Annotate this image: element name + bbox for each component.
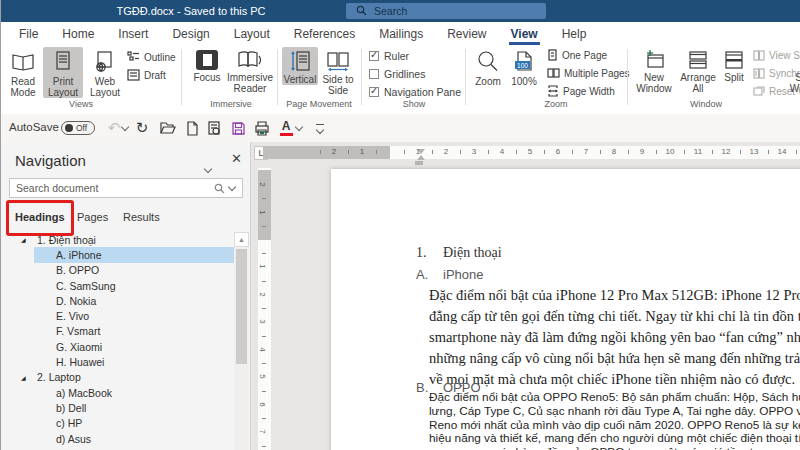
scroll-up-arrow[interactable]: ▲ — [234, 232, 249, 247]
ruler-tick — [712, 150, 713, 154]
redo-button[interactable]: ↻ — [133, 119, 151, 137]
ruler-tick — [404, 150, 405, 154]
customize-toolbar-button[interactable] — [311, 119, 329, 137]
tab-layout[interactable]: Layout — [222, 22, 282, 45]
tab-view[interactable]: View — [499, 22, 550, 45]
split-button[interactable]: Split — [719, 47, 749, 83]
immersive-reader-button[interactable]: Immersive Reader — [227, 47, 273, 94]
navigation-close-button[interactable]: ✕ — [231, 151, 242, 166]
paragraph-iphone[interactable]: Đặc điểm nổi bật của iPhone 12 Pro Max 5… — [429, 285, 800, 390]
document-text-line[interactable]: Reno mới nhất của mình vào dịp cuối năm … — [429, 419, 800, 433]
navigation-options-dropdown[interactable] — [205, 158, 211, 176]
document-text-line[interactable]: về mọi mặt mà chưa một chiếc iPhone tiền… — [429, 369, 800, 390]
document-text-line[interactable]: lưng, Cáp Type C, Củ sạc nhanh rời đầu T… — [429, 405, 800, 419]
font-color-dropdown[interactable] — [295, 119, 303, 137]
tab-pages[interactable]: Pages — [77, 211, 108, 223]
tab-review[interactable]: Review — [435, 22, 498, 45]
document-text-line[interactable]: camera, sạc pin hàng đầu của OPPO trong … — [429, 446, 800, 450]
scrollbar-thumb[interactable] — [236, 249, 247, 364]
nav-tree-item[interactable]: ◢2. Laptop — [1, 370, 234, 385]
ruler-checkbox[interactable]: Ruler — [369, 50, 409, 62]
one-page-button[interactable]: One Page — [547, 49, 607, 61]
nav-tree-item[interactable]: D. Nokia — [1, 293, 234, 308]
nav-tree-item[interactable]: F. Vsmart — [1, 324, 234, 339]
page-width-button[interactable]: Page Width — [547, 85, 615, 97]
vertical-button[interactable]: Vertical — [282, 47, 318, 85]
vertical-ruler[interactable]: 211234567 — [258, 168, 271, 450]
print-layout-button[interactable]: Print Layout — [43, 47, 83, 98]
navigation-search-box[interactable]: Search document — [9, 178, 243, 198]
tab-mailings[interactable]: Mailings — [367, 22, 435, 45]
navigation-pane-checkbox[interactable]: Navigation Pane — [369, 86, 461, 98]
draft-button[interactable]: Draft — [127, 69, 166, 81]
undo-dropdown[interactable] — [121, 119, 129, 137]
search-dropdown-icon[interactable] — [228, 183, 236, 191]
gridlines-checkbox[interactable]: Gridlines — [369, 68, 425, 80]
document-text-line[interactable]: Đặc điểm nổi bật của iPhone 12 Pro Max 5… — [429, 285, 800, 306]
expand-triangle-icon[interactable]: ◢ — [21, 374, 26, 381]
outline-button[interactable]: Outline — [127, 51, 176, 63]
focus-button[interactable]: Focus — [189, 47, 225, 83]
zoom-100-button[interactable]: 100 100% — [507, 47, 541, 87]
tab-help[interactable]: Help — [550, 22, 599, 45]
heading-1[interactable]: 1. Điện thoại — [416, 245, 502, 261]
nav-tree-item[interactable]: E. Vivo — [1, 308, 234, 323]
tab-results[interactable]: Results — [123, 211, 160, 223]
document-text-line[interactable]: smartphone này đã làm đứng ngồi không yê… — [429, 327, 800, 348]
nav-tree-item[interactable]: b) Dell — [1, 400, 234, 415]
tab-home[interactable]: Home — [50, 22, 106, 45]
indent-marker-left[interactable] — [415, 161, 423, 165]
nav-tree-item-label: G. Xiaomi — [56, 341, 102, 353]
nav-tree-item[interactable]: c) HP — [1, 416, 234, 431]
nav-tree-item[interactable]: A. iPhone — [34, 247, 234, 262]
ruler-tick — [516, 150, 517, 154]
ruler-tick — [262, 308, 266, 309]
zoom-button[interactable]: Zoom — [471, 47, 505, 87]
document-text-line[interactable]: những nâng cấp vô cùng nổi bật hứa hẹn s… — [429, 348, 800, 369]
vertical-icon — [289, 50, 311, 72]
web-layout-button[interactable]: Web Layout — [85, 47, 125, 98]
paragraph-oppo[interactable]: Đặc điểm nổi bật của OPPO Reno5: Bộ sản … — [429, 391, 800, 450]
print-preview-button[interactable] — [205, 119, 223, 137]
tab-insert[interactable]: Insert — [106, 22, 160, 45]
multiple-pages-button[interactable]: Multiple Pages — [547, 67, 630, 79]
print-button[interactable] — [253, 119, 271, 137]
horizontal-ruler[interactable]: 211234567891011121314 — [251, 146, 800, 160]
ruler-tick — [600, 150, 601, 154]
ruler-tick — [262, 391, 266, 392]
heading-a-iphone[interactable]: A. iPhone — [416, 267, 483, 282]
document-text-line[interactable]: Đặc điểm nổi bật của OPPO Reno5: Bộ sản … — [429, 391, 800, 405]
ruler-tick — [348, 150, 349, 154]
autosave-toggle[interactable]: Off — [61, 121, 95, 135]
nav-tree-item[interactable]: B. OPPO — [1, 263, 234, 278]
font-color-button[interactable]: A — [277, 119, 295, 137]
open-button[interactable] — [159, 119, 177, 137]
nav-tree-item[interactable]: C. SamSung — [1, 278, 234, 293]
document-text-line[interactable]: đẳng cấp từ tên gọi đến từng chi tiết. N… — [429, 306, 800, 327]
ruler-tick — [768, 150, 769, 154]
document-page[interactable]: 1. Điện thoại A. iPhone Đặc điểm nổi bật… — [331, 169, 800, 450]
nav-tree-item[interactable]: H. Huawei — [1, 354, 234, 369]
tab-design[interactable]: Design — [160, 22, 221, 45]
new-window-button[interactable]: New Window — [633, 47, 675, 94]
show-group-label: Show — [369, 99, 459, 109]
expand-triangle-icon[interactable]: ◢ — [21, 236, 26, 243]
ribbon-tab-bar: FileHomeInsertDesignLayoutReferencesMail… — [1, 22, 800, 45]
nav-tree-item[interactable]: d) Asus — [1, 431, 234, 446]
nav-tree-item[interactable]: e) A — [1, 446, 234, 450]
nav-tree-item[interactable]: G. Xiaomi — [1, 339, 234, 354]
new-document-button[interactable] — [183, 119, 201, 137]
save-button[interactable] — [229, 119, 247, 137]
document-text-line[interactable]: hiệu năng và thiết kế, mang đến cho ngườ… — [429, 432, 800, 446]
read-mode-button[interactable]: Read Mode — [5, 47, 41, 98]
nav-tree-item[interactable]: ◢1. Điện thoại — [1, 232, 234, 247]
side-to-side-button[interactable]: Side to Side — [320, 47, 356, 96]
zoom-100-icon: 100 — [512, 50, 536, 74]
switch-windows-button[interactable]: Switch Windows — [787, 47, 800, 94]
nav-tree-item[interactable]: a) MacBook — [1, 385, 234, 400]
tree-scrollbar[interactable]: ▲ — [234, 232, 249, 450]
tab-file[interactable]: File — [7, 22, 50, 45]
arrange-all-button[interactable]: Arrange All — [677, 47, 719, 94]
tab-references[interactable]: References — [282, 22, 367, 45]
titlebar-search[interactable]: Search — [346, 3, 546, 19]
